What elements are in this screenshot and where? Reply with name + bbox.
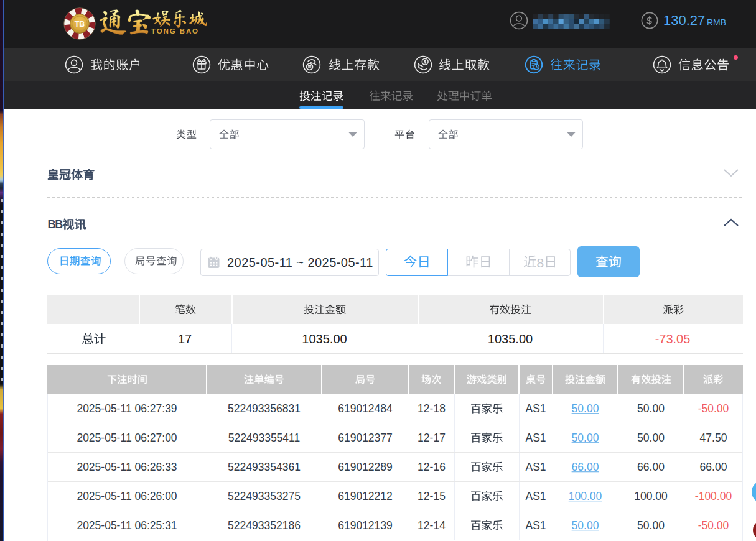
svg-text:TB: TB: [75, 20, 85, 29]
